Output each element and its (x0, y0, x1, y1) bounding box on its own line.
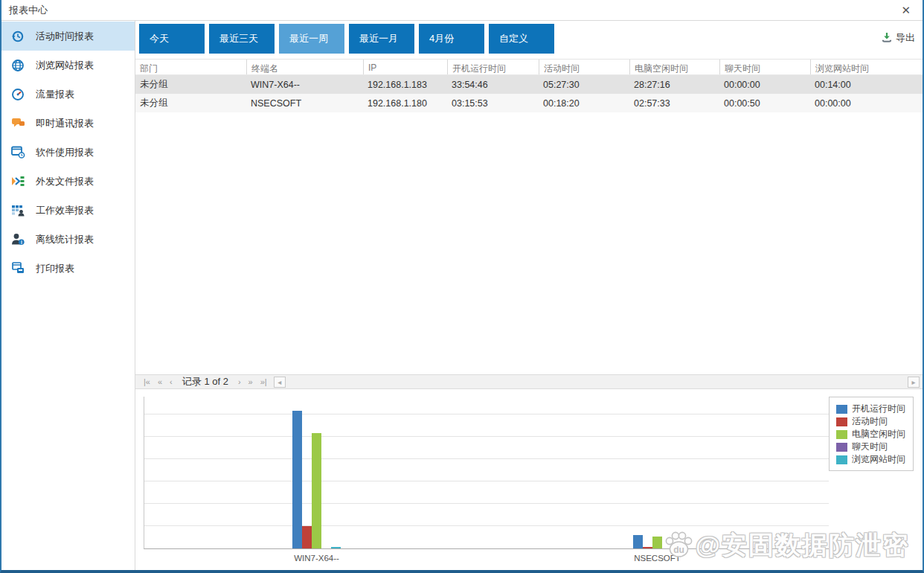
legend-swatch (836, 455, 847, 464)
sidebar: 活动时间报表浏览网站报表流量报表即时通讯报表软件使用报表外发文件报表工作效率报表… (1, 21, 135, 570)
bar-WIN7-X64---浏览网站时间 (331, 547, 341, 548)
pager-fast-prev-button[interactable]: « (154, 377, 166, 386)
sidebar-item-label: 工作效率报表 (36, 204, 94, 217)
globe-icon (10, 59, 25, 72)
column-header-3[interactable]: 开机运行时间 (447, 60, 539, 74)
column-header-6[interactable]: 聊天时间 (719, 60, 810, 74)
legend-label: 聊天时间 (852, 441, 888, 453)
offline-stats-icon: i (10, 233, 25, 246)
legend-label: 活动时间 (852, 415, 888, 428)
sidebar-item-label: 即时通讯报表 (36, 117, 94, 130)
legend-swatch (836, 443, 847, 452)
legend-item-2: 电脑空闲时间 (836, 428, 905, 441)
cell: 05:27:30 (539, 80, 629, 90)
sidebar-item-5[interactable]: 外发文件报表 (1, 167, 135, 196)
sidebar-item-label: 浏览网站报表 (36, 59, 94, 72)
legend-item-4: 浏览网站时间 (836, 453, 905, 466)
main-panel: 今天最近三天最近一周最近一月4月份自定义 导出 部门终端名IP开机运行时间活动时… (135, 21, 923, 570)
report-center-window: 报表中心 ✕ 活动时间报表浏览网站报表流量报表即时通讯报表软件使用报表外发文件报… (0, 0, 924, 573)
bar-WIN7-X64---活动时间 (302, 526, 312, 548)
sidebar-item-3[interactable]: 即时通讯报表 (1, 109, 135, 138)
hscroll-left-button[interactable]: ◂ (274, 377, 286, 388)
chart-legend: 开机运行时间活动时间电脑空闲时间聊天时间浏览网站时间 (829, 397, 914, 471)
cell: 00:00:50 (719, 98, 810, 109)
pager-fast-next-button[interactable]: » (245, 377, 257, 386)
tab-0[interactable]: 今天 (139, 24, 205, 54)
cell: NSECSOFT (246, 98, 363, 109)
pager-next-button[interactable]: › (234, 377, 245, 386)
watermark-text: @安固数据防泄密 (696, 528, 909, 563)
pager-first-button[interactable]: |« (140, 377, 154, 386)
software-usage-icon (10, 146, 25, 159)
outgoing-file-icon (10, 175, 25, 188)
pager-scrollbar: |««‹记录 1 of 2›»»|◂▸ (135, 374, 923, 389)
table-body: 未分组WIN7-X64--192.168.1.18333:54:4605:27:… (135, 75, 923, 112)
close-icon[interactable]: ✕ (898, 3, 914, 17)
legend-label: 电脑空闲时间 (852, 428, 905, 441)
window-title: 报表中心 (9, 4, 48, 17)
gauge-icon (10, 88, 25, 101)
sidebar-item-1[interactable]: 浏览网站报表 (1, 51, 135, 80)
tab-2[interactable]: 最近一周 (279, 24, 344, 54)
sidebar-item-label: 软件使用报表 (36, 146, 94, 159)
sidebar-item-7[interactable]: i离线统计报表 (1, 225, 135, 254)
pager-record-text: 记录 1 of 2 (176, 375, 234, 388)
column-header-7[interactable]: 浏览网站时间 (810, 60, 923, 74)
activity-time-chart: WIN7-X64--NSECSOFT 开机运行时间活动时间电脑空闲时间聊天时间浏… (135, 389, 923, 570)
table-empty-area (135, 112, 923, 374)
cell: 33:54:46 (447, 80, 539, 90)
bar-WIN7-X64---电脑空闲时间 (312, 433, 321, 548)
legend-swatch (836, 417, 847, 426)
column-header-4[interactable]: 活动时间 (539, 60, 629, 74)
cell: 00:00:00 (719, 80, 810, 90)
table-row-0[interactable]: 未分组WIN7-X64--192.168.1.18333:54:4605:27:… (135, 75, 923, 94)
cell: 00:14:00 (810, 80, 923, 90)
legend-item-1: 活动时间 (836, 415, 905, 428)
table-row-1[interactable]: 未分组NSECSOFT192.168.1.18003:15:5300:18:20… (135, 94, 923, 112)
cell: 未分组 (135, 78, 246, 91)
gridline (144, 503, 829, 504)
sidebar-item-8[interactable]: 打印报表 (1, 254, 135, 283)
export-label: 导出 (896, 31, 915, 45)
tab-1[interactable]: 最近三天 (209, 24, 275, 54)
title-bar: 报表中心 ✕ (1, 0, 923, 21)
cell: 28:27:16 (629, 80, 719, 90)
printer-icon (10, 262, 25, 275)
sidebar-item-label: 离线统计报表 (36, 233, 94, 246)
gridline (144, 436, 829, 437)
sidebar-item-label: 流量报表 (36, 88, 74, 101)
gridline (144, 525, 829, 526)
sidebar-item-label: 活动时间报表 (36, 30, 94, 43)
cell: 03:15:53 (447, 98, 539, 109)
sidebar-item-2[interactable]: 流量报表 (1, 80, 135, 109)
tab-4[interactable]: 4月份 (419, 24, 484, 54)
chart-plot-area: WIN7-X64--NSECSOFT (144, 397, 829, 549)
gridline (144, 481, 829, 481)
chat-icon (10, 117, 25, 130)
cell: 00:00:00 (810, 98, 923, 109)
time-range-tabbar: 今天最近三天最近一周最近一月4月份自定义 导出 (135, 21, 923, 59)
cell: 02:57:33 (629, 98, 719, 109)
column-header-5[interactable]: 电脑空闲时间 (629, 60, 719, 74)
sidebar-item-6[interactable]: 工作效率报表 (1, 196, 135, 225)
sidebar-item-4[interactable]: 软件使用报表 (1, 138, 135, 167)
legend-swatch (836, 405, 847, 414)
column-header-2[interactable]: IP (363, 60, 447, 74)
pager-last-button[interactable]: »| (257, 377, 271, 386)
column-header-1[interactable]: 终端名 (246, 60, 363, 74)
export-button[interactable]: 导出 (882, 31, 915, 45)
export-download-icon (882, 32, 892, 45)
legend-item-3: 聊天时间 (836, 441, 905, 453)
hscroll-right-button[interactable]: ▸ (908, 377, 920, 388)
legend-label: 浏览网站时间 (852, 453, 905, 466)
cell: 192.168.1.180 (363, 98, 447, 109)
history-clock-icon (10, 30, 25, 43)
cell: WIN7-X64-- (246, 80, 363, 90)
watermark-badge-text: du (673, 545, 684, 555)
tab-5[interactable]: 自定义 (489, 24, 554, 54)
watermark: du @安固数据防泄密 (663, 528, 909, 563)
pager-prev-button[interactable]: ‹ (166, 377, 176, 386)
sidebar-item-0[interactable]: 活动时间报表 (1, 22, 135, 51)
tab-3[interactable]: 最近一月 (349, 24, 414, 54)
column-header-0[interactable]: 部门 (135, 60, 246, 74)
